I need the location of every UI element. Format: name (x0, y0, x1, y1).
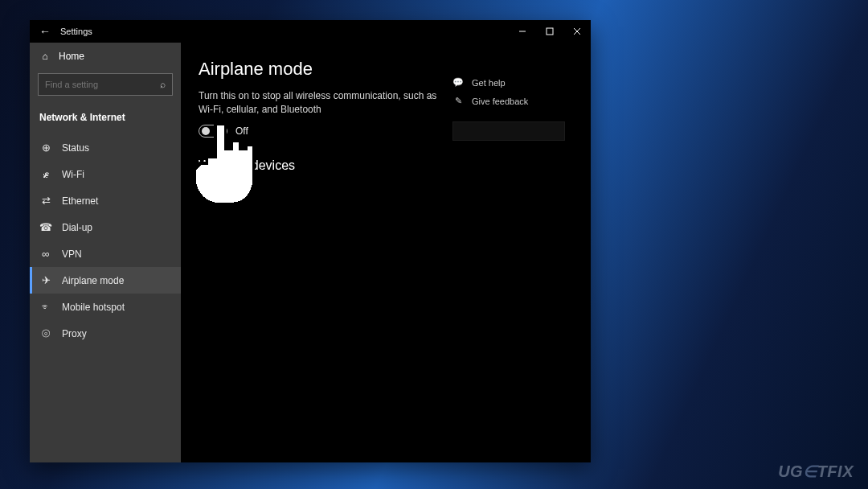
airplane-toggle-label: Off (235, 125, 248, 137)
sidebar-item-label: Mobile hotspot (62, 302, 125, 313)
window-title: Settings (60, 27, 92, 36)
home-label: Home (59, 51, 84, 62)
vpn-icon: ∞ (39, 248, 52, 260)
search-field[interactable] (45, 80, 160, 89)
window-controls (509, 20, 591, 43)
sidebar-item-wi-fi[interactable]: ⸙Wi-Fi (30, 161, 181, 187)
proxy-icon: ⦾ (39, 327, 52, 340)
sidebar-item-proxy[interactable]: ⦾Proxy (30, 320, 181, 347)
get-help-label: Get help (472, 78, 506, 88)
maximize-icon (546, 27, 554, 35)
sidebar-item-label: Status (62, 142, 89, 154)
airplane-icon: ✈ (39, 274, 52, 286)
sidebar-item-label: Wi-Fi (62, 169, 84, 180)
sidebar-item-status[interactable]: ⊕Status (30, 134, 181, 161)
window-body: ⌂ Home ⌕ Network & Internet ⊕Status⸙Wi-F… (30, 43, 591, 462)
give-feedback-label: Give feedback (472, 97, 528, 106)
sidebar-item-vpn[interactable]: ∞VPN (30, 240, 181, 267)
side-action-panel: 💬 Get help ✎ Give feedback (452, 54, 573, 448)
status-icon: ⊕ (39, 142, 52, 154)
page-description: Turn this on to stop all wireless commun… (199, 89, 452, 117)
hidden-action-button[interactable] (452, 121, 565, 141)
wifi-icon: ⸙ (39, 168, 52, 180)
page-title: Airplane mode (199, 59, 452, 80)
help-icon: 💬 (452, 77, 464, 88)
svg-rect-1 (547, 28, 553, 35)
sidebar-section-header: Network & Internet (30, 104, 181, 129)
sidebar-item-label: Ethernet (62, 195, 98, 207)
content-main: Airplane mode Turn this on to stop all w… (199, 54, 452, 448)
sidebar-item-label: Dial-up (62, 222, 92, 233)
airplane-toggle-row: Off (199, 125, 452, 138)
arrow-left-icon: ← (39, 25, 51, 38)
home-icon: ⌂ (39, 51, 51, 62)
sidebar-item-mobile-hotspot[interactable]: ᯤMobile hotspot (30, 294, 181, 320)
sidebar: ⌂ Home ⌕ Network & Internet ⊕Status⸙Wi-F… (30, 43, 181, 462)
back-button[interactable]: ← (30, 20, 60, 43)
sidebar-item-label: Proxy (62, 328, 87, 339)
sidebar-item-ethernet[interactable]: ⇄Ethernet (30, 187, 181, 214)
close-icon (573, 27, 581, 35)
close-button[interactable] (563, 20, 591, 43)
nav-home[interactable]: ⌂ Home (30, 43, 181, 70)
sidebar-nav-list: ⊕Status⸙Wi-Fi⇄Ethernet☎Dial-up∞VPN✈Airpl… (30, 134, 181, 347)
minimize-button[interactable] (509, 20, 536, 43)
sidebar-item-airplane-mode[interactable]: ✈Airplane mode (30, 267, 181, 294)
give-feedback-link[interactable]: ✎ Give feedback (452, 92, 573, 110)
ethernet-icon: ⇄ (39, 195, 52, 207)
hotspot-icon: ᯤ (39, 301, 52, 313)
titlebar: ← Settings (30, 20, 591, 43)
airplane-toggle[interactable] (199, 125, 227, 138)
settings-window: ← Settings ⌂ Home ⌕ Network & Int (30, 20, 591, 462)
sidebar-item-dial-up[interactable]: ☎Dial-up (30, 214, 181, 240)
wireless-devices-header: Wireless devices (199, 158, 452, 173)
search-input[interactable]: ⌕ (38, 73, 173, 96)
sidebar-item-label: Airplane mode (62, 275, 124, 286)
search-icon: ⌕ (160, 79, 166, 90)
minimize-icon (518, 27, 526, 35)
feedback-icon: ✎ (452, 96, 464, 106)
sidebar-item-label: VPN (62, 249, 82, 260)
get-help-link[interactable]: 💬 Get help (452, 73, 573, 92)
dialup-icon: ☎ (39, 221, 52, 233)
watermark: UG∈TFIX (778, 462, 854, 481)
content-area: Airplane mode Turn this on to stop all w… (181, 43, 591, 462)
maximize-button[interactable] (536, 20, 563, 43)
